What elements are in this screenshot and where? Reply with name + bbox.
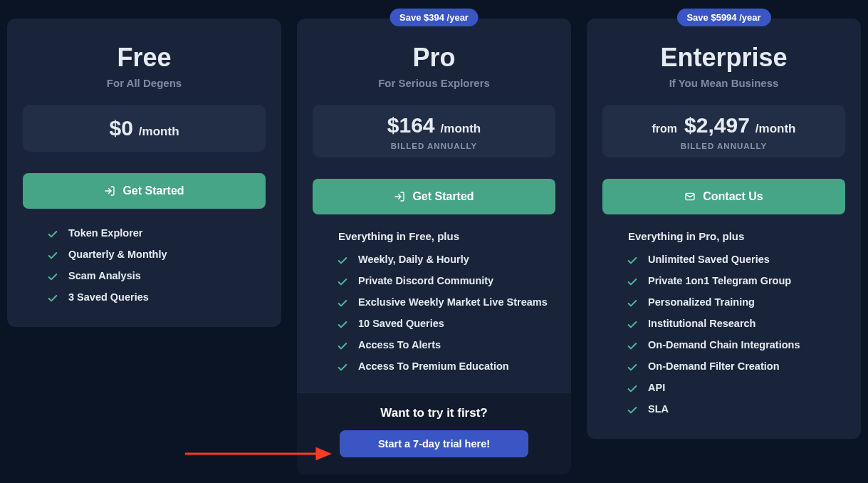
contact-us-button[interactable]: Contact Us xyxy=(602,179,845,214)
price-period: /month xyxy=(139,125,179,139)
feature-item: On-Demand Filter Creation xyxy=(627,356,838,378)
plan-card-free: Free For All Degens $0 /month Get Starte… xyxy=(7,19,281,327)
feature-item: Institutional Research xyxy=(627,313,838,335)
check-icon xyxy=(627,341,638,352)
feature-text: On-Demand Chain Integrations xyxy=(648,339,800,350)
check-icon xyxy=(47,293,58,304)
feature-text: Token Explorer xyxy=(68,227,142,239)
feature-item: Access To Premium Education xyxy=(337,356,548,378)
feature-text: On-Demand Filter Creation xyxy=(648,360,780,372)
feature-text: Institutional Research xyxy=(648,318,755,329)
feature-text: Scam Analysis xyxy=(68,270,141,281)
check-icon xyxy=(337,298,348,309)
feature-item: Token Explorer xyxy=(47,223,258,244)
login-icon xyxy=(104,185,115,197)
feature-item: Quarterly & Monthly xyxy=(47,244,258,266)
feature-text: Access To Premium Education xyxy=(358,360,509,372)
check-icon xyxy=(47,250,58,261)
save-badge: Save $394 /year xyxy=(389,9,479,26)
billed-note: BILLED ANNUALLY xyxy=(320,142,548,150)
start-trial-button[interactable]: Start a 7-day trial here! xyxy=(340,430,529,457)
feature-item: 10 Saved Queries xyxy=(337,313,548,335)
price-box: $164 /month BILLED ANNUALLY xyxy=(313,105,555,157)
feature-text: Access To Alerts xyxy=(358,339,441,350)
feature-text: API xyxy=(648,382,665,393)
feature-item: SLA xyxy=(627,399,838,420)
cta-label: Get Started xyxy=(412,190,474,203)
cta-label: Get Started xyxy=(122,185,184,197)
feature-item: Unlimited Saved Queries xyxy=(627,249,838,271)
get-started-button[interactable]: Get Started xyxy=(23,173,266,209)
plan-title: Free xyxy=(23,43,266,73)
check-icon xyxy=(627,319,638,331)
check-icon xyxy=(627,383,638,395)
price-period: /month xyxy=(441,122,481,136)
feature-item: Weekly, Daily & Hourly xyxy=(337,249,548,271)
pricing-container: Free For All Degens $0 /month Get Starte… xyxy=(0,0,868,482)
feature-list: Unlimited Saved QueriesPrivate 1on1 Tele… xyxy=(602,249,845,420)
feature-text: Personalized Training xyxy=(648,296,755,308)
billed-note: BILLED ANNUALLY xyxy=(610,142,838,150)
plan-subtitle: For Serious Explorers xyxy=(313,77,555,89)
feature-text: Quarterly & Monthly xyxy=(68,249,167,260)
feature-item: On-Demand Chain Integrations xyxy=(627,335,838,356)
check-icon xyxy=(337,341,348,352)
plan-title: Pro xyxy=(313,43,555,73)
cta-label: Contact Us xyxy=(703,190,763,203)
price-amount: $164 xyxy=(387,113,435,137)
feature-text: SLA xyxy=(648,403,669,415)
login-icon xyxy=(394,191,405,202)
trial-section: Want to try it first? Start a 7-day tria… xyxy=(297,393,571,474)
check-icon xyxy=(47,229,58,240)
feature-list: Token ExplorerQuarterly & MonthlyScam An… xyxy=(23,223,266,308)
feature-item: Scam Analysis xyxy=(47,266,258,287)
trial-title: Want to try it first? xyxy=(313,406,555,420)
price-amount: $0 xyxy=(109,116,132,140)
check-icon xyxy=(627,298,638,309)
plan-title: Enterprise xyxy=(602,43,845,73)
get-started-button[interactable]: Get Started xyxy=(313,179,555,214)
check-icon xyxy=(337,255,348,266)
mail-icon xyxy=(684,191,696,202)
feature-item: Private Discord Community xyxy=(337,271,548,292)
feature-text: Private 1on1 Telegram Group xyxy=(648,275,791,286)
feature-text: Unlimited Saved Queries xyxy=(648,254,770,265)
feature-intro: Everything in Pro, plus xyxy=(628,230,845,242)
feature-text: 10 Saved Queries xyxy=(358,318,444,329)
price-prefix: from xyxy=(652,123,678,135)
feature-intro: Everything in Free, plus xyxy=(338,230,555,242)
check-icon xyxy=(337,276,348,288)
feature-item: 3 Saved Queries xyxy=(47,287,258,308)
feature-text: Weekly, Daily & Hourly xyxy=(358,254,469,265)
plan-card-enterprise: Save $5994 /year Enterprise If You Mean … xyxy=(587,19,861,439)
save-badge: Save $5994 /year xyxy=(676,9,770,26)
plan-card-pro: Save $394 /year Pro For Serious Explorer… xyxy=(297,19,571,474)
feature-item: Personalized Training xyxy=(627,292,838,313)
check-icon xyxy=(627,362,638,373)
price-amount: $2,497 xyxy=(684,113,750,137)
plan-subtitle: If You Mean Business xyxy=(602,77,845,89)
feature-list: Weekly, Daily & HourlyPrivate Discord Co… xyxy=(313,249,555,378)
price-box: from $2,497 /month BILLED ANNUALLY xyxy=(602,105,845,157)
price-box: $0 /month xyxy=(23,105,266,152)
check-icon xyxy=(627,255,638,266)
feature-item: Exclusive Weekly Market Live Streams xyxy=(337,292,548,313)
plan-subtitle: For All Degens xyxy=(23,77,266,89)
check-icon xyxy=(337,362,348,373)
feature-text: Private Discord Community xyxy=(358,275,493,286)
check-icon xyxy=(627,276,638,288)
feature-item: API xyxy=(627,378,838,399)
feature-item: Access To Alerts xyxy=(337,335,548,356)
check-icon xyxy=(337,319,348,331)
price-period: /month xyxy=(755,122,796,136)
check-icon xyxy=(627,405,638,416)
feature-item: Private 1on1 Telegram Group xyxy=(627,271,838,292)
feature-text: Exclusive Weekly Market Live Streams xyxy=(358,296,548,308)
check-icon xyxy=(47,271,58,283)
feature-text: 3 Saved Queries xyxy=(68,291,149,303)
